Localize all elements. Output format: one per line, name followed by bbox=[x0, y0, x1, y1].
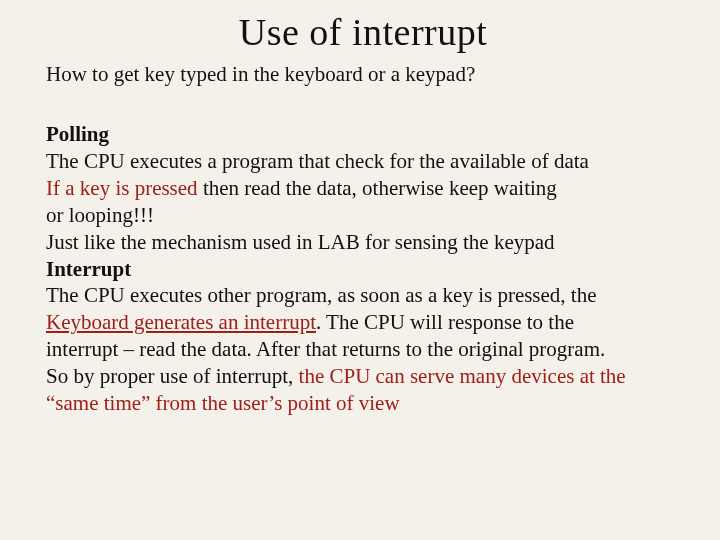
interrupt-line-2: Keyboard generates an interrupt. The CPU… bbox=[46, 309, 680, 336]
interrupt-line-2-rest: . The CPU will response to the bbox=[316, 310, 574, 334]
body-text: Polling The CPU executes a program that … bbox=[46, 121, 680, 417]
polling-line-3: or looping!!! bbox=[46, 202, 680, 229]
polling-line-4: Just like the mechanism used in LAB for … bbox=[46, 229, 680, 256]
interrupt-line-4: So by proper use of interrupt, the CPU c… bbox=[46, 363, 680, 390]
interrupt-line-5: “same time” from the user’s point of vie… bbox=[46, 390, 680, 417]
polling-heading: Polling bbox=[46, 121, 680, 148]
polling-condition-highlight: If a key is pressed bbox=[46, 176, 198, 200]
polling-line-2: If a key is pressed then read the data, … bbox=[46, 175, 680, 202]
polling-line-2-rest: then read the data, otherwise keep waiti… bbox=[198, 176, 557, 200]
slide-title: Use of interrupt bbox=[46, 10, 680, 54]
slide: Use of interrupt How to get key typed in… bbox=[0, 0, 720, 540]
interrupt-line-4a: So by proper use of interrupt, bbox=[46, 364, 299, 388]
interrupt-line-3: interrupt – read the data. After that re… bbox=[46, 336, 680, 363]
polling-line-1: The CPU executes a program that check fo… bbox=[46, 148, 680, 175]
interrupt-highlight: Keyboard generates an interrupt bbox=[46, 310, 316, 334]
intro-question: How to get key typed in the keyboard or … bbox=[46, 62, 680, 87]
interrupt-line-1: The CPU executes other program, as soon … bbox=[46, 282, 680, 309]
interrupt-heading: Interrupt bbox=[46, 256, 680, 283]
interrupt-serve-highlight-a: the CPU can serve many devices at the bbox=[299, 364, 626, 388]
